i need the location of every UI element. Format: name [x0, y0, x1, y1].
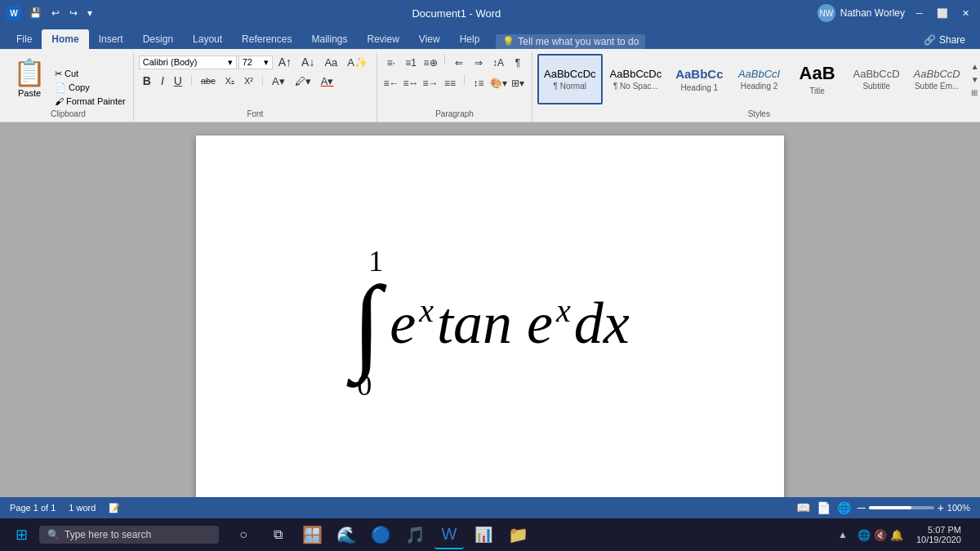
strikethrough-button[interactable]: abc — [197, 74, 220, 87]
justify-btn[interactable]: ≡≡ — [441, 74, 459, 92]
superscript-button[interactable]: X² — [240, 74, 257, 87]
clear-format-btn[interactable]: Aa — [320, 55, 341, 70]
paste-icon: 📋 — [13, 57, 46, 88]
search-icon: 🔍 — [47, 529, 60, 540]
taskbar-chrome-btn[interactable]: 🔵 — [366, 520, 395, 549]
show-formatting-btn[interactable]: ¶ — [509, 54, 527, 72]
increase-indent-btn[interactable]: ⇒ — [470, 54, 488, 72]
print-layout-btn[interactable]: 📄 — [817, 501, 831, 514]
system-tray: 🌐 🔇 🔔 — [853, 529, 908, 541]
word-count: 1 word — [69, 503, 96, 513]
restore-button[interactable]: ⬜ — [934, 5, 951, 21]
sort-btn[interactable]: ↕A — [489, 54, 507, 72]
subscript-button[interactable]: X₂ — [221, 74, 238, 88]
style-title-label: Title — [809, 87, 825, 96]
style-no-spacing[interactable]: AaBbCcDc ¶ No Spac... — [604, 54, 669, 104]
zoom-out-btn[interactable]: ─ — [858, 501, 866, 514]
tab-design[interactable]: Design — [133, 29, 183, 49]
web-layout-btn[interactable]: 🌐 — [837, 501, 851, 514]
taskbar-cortana-btn[interactable]: ○ — [229, 520, 258, 549]
taskbar-music-btn[interactable]: 🎵 — [400, 520, 430, 549]
copy-button[interactable]: 📄 Copy — [52, 82, 128, 94]
zoom-slider[interactable] — [869, 506, 934, 509]
notification-icon[interactable]: 🔔 — [890, 529, 903, 541]
title-bar: W 💾 ↩ ↪ ▾ Document1 - Word NW Nathan Wor… — [0, 0, 980, 26]
integral-with-limits: 1 ∫ 0 — [350, 244, 383, 403]
taskbar-teams-btn[interactable]: 📊 — [469, 520, 498, 549]
style-subtle-em[interactable]: AaBbCcD Subtle Em... — [907, 54, 967, 104]
minimize-button[interactable]: ─ — [911, 5, 928, 21]
decrease-indent-btn[interactable]: ⇐ — [450, 54, 468, 72]
formula-body: ex tan ex dx — [390, 290, 629, 358]
text-color-btn[interactable]: A▾ — [317, 73, 338, 89]
align-left-btn[interactable]: ≡← — [382, 74, 400, 92]
tab-file[interactable]: File — [7, 29, 42, 49]
status-bar: Page 1 of 1 1 word 📝 📖 📄 🌐 ─ + 100% — [0, 497, 980, 518]
zoom-in-btn[interactable]: + — [938, 501, 944, 514]
clipboard-group-label: Clipboard — [3, 109, 133, 120]
tab-home[interactable]: Home — [42, 29, 88, 49]
styles-expand[interactable]: ⊞ — [969, 87, 980, 99]
decrease-font-btn[interactable]: A↓ — [297, 54, 318, 70]
taskbar-word-btn[interactable]: W — [434, 520, 464, 549]
bullets-btn[interactable]: ≡· — [382, 54, 400, 72]
taskbar-taskview-btn[interactable]: ⧉ — [263, 520, 292, 549]
multilevel-btn[interactable]: ≡⊕ — [421, 54, 439, 72]
close-button[interactable]: ✕ — [957, 5, 973, 21]
taskbar-expand-icon[interactable]: ▲ — [838, 529, 848, 540]
numbering-btn[interactable]: ≡1 — [402, 54, 420, 72]
style-heading1[interactable]: AaBbCc Heading 1 — [669, 54, 729, 104]
taskbar-files-btn[interactable]: 📁 — [503, 520, 532, 549]
styles-gallery: AaBbCcDc ¶ Normal AaBbCcDc ¶ No Spac... … — [537, 54, 980, 104]
align-center-btn[interactable]: ≡↔ — [402, 74, 420, 92]
document-canvas: 1 ∫ 0 ex tan ex dx — [0, 122, 980, 497]
taskbar-edge-btn[interactable]: 🌊 — [332, 520, 361, 549]
bold-button[interactable]: B — [139, 73, 155, 89]
font-color-btn[interactable]: A▾ — [268, 73, 289, 89]
tab-layout[interactable]: Layout — [183, 29, 232, 49]
cut-button[interactable]: ✂ Cut — [52, 68, 128, 80]
tab-view[interactable]: View — [409, 29, 450, 49]
tab-review[interactable]: Review — [357, 29, 408, 49]
system-clock[interactable]: 5:07 PM 10/19/2020 — [913, 525, 964, 544]
italic-button[interactable]: I — [157, 73, 168, 89]
style-heading2[interactable]: AaBbCcI Heading 2 — [731, 54, 788, 104]
borders-btn[interactable]: ⊞▾ — [509, 74, 527, 92]
document-page[interactable]: 1 ∫ 0 ex tan ex dx — [196, 136, 784, 497]
taskbar-search-field[interactable]: 🔍 Type here to search — [39, 526, 219, 544]
format-painter-button[interactable]: 🖌 Format Painter — [52, 96, 128, 107]
chevron-down-icon: ▾ — [228, 57, 233, 68]
redo-quick-btn[interactable]: ↪ — [66, 6, 81, 20]
save-quick-btn[interactable]: 💾 — [26, 6, 45, 20]
align-right-btn[interactable]: ≡→ — [421, 74, 439, 92]
highlight-color-btn[interactable]: 🖊▾ — [291, 73, 315, 89]
line-spacing-btn[interactable]: ↕≡ — [470, 74, 488, 92]
style-heading2-preview: AaBbCcI — [738, 68, 780, 81]
style-title[interactable]: AaB Title — [789, 54, 846, 104]
speaker-icon[interactable]: 🔇 — [874, 529, 887, 541]
paste-button[interactable]: 📋 Paste — [8, 54, 51, 101]
font-size-selector[interactable]: 72 ▾ — [238, 56, 273, 69]
increase-font-btn[interactable]: A↑ — [274, 54, 296, 70]
tab-insert[interactable]: Insert — [89, 29, 133, 49]
text-effects-btn[interactable]: A✨ — [343, 55, 372, 70]
undo-quick-btn[interactable]: ↩ — [48, 6, 63, 20]
tab-mailings[interactable]: Mailings — [301, 29, 357, 49]
shading-btn[interactable]: 🎨▾ — [489, 74, 507, 92]
style-normal[interactable]: AaBbCcDc ¶ Normal — [537, 54, 603, 104]
customize-quick-btn[interactable]: ▾ — [84, 6, 96, 20]
font-name-selector[interactable]: Calibri (Body) ▾ — [139, 56, 237, 69]
underline-button[interactable]: U — [170, 73, 186, 89]
styles-scroll-buttons: ▲ ▼ ⊞ — [969, 60, 980, 99]
taskbar-store-btn[interactable]: 🪟 — [297, 520, 327, 549]
share-button[interactable]: 🔗 Share — [915, 31, 973, 49]
user-area: NW Nathan Worley — [817, 4, 905, 22]
tab-help[interactable]: Help — [450, 29, 490, 49]
tell-me-field[interactable]: 💡 Tell me what you want to do — [496, 34, 645, 49]
style-subtitle[interactable]: AaBbCcD Subtitle — [847, 54, 906, 104]
tab-references[interactable]: References — [232, 29, 301, 49]
read-mode-btn[interactable]: 📖 — [796, 501, 810, 514]
styles-scroll-up[interactable]: ▲ — [969, 60, 980, 73]
start-button[interactable]: ⊞ — [7, 520, 36, 549]
styles-scroll-down[interactable]: ▼ — [969, 73, 980, 86]
